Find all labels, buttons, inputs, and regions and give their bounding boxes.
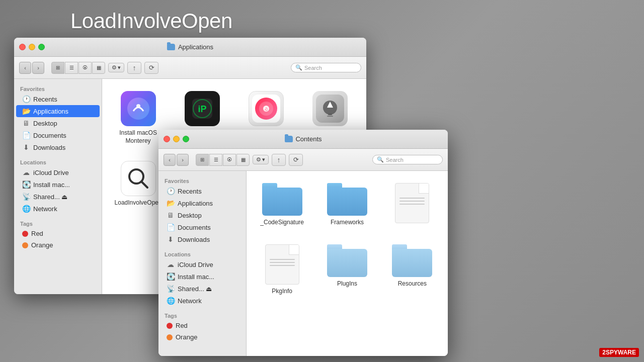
- close-button-2[interactable]: [164, 136, 170, 142]
- frameworks-body: [327, 188, 367, 216]
- path-btn-1[interactable]: ⟳: [144, 62, 158, 74]
- minimize-button-2[interactable]: [173, 136, 180, 142]
- sidebar-item-downloads-2[interactable]: ⬇ Downloads: [160, 233, 244, 245]
- sidebar-item-applications-2[interactable]: 📂 Applications: [160, 197, 244, 209]
- sidebar-item-network-2[interactable]: 🌐 Network: [160, 295, 244, 307]
- svg-point-1: [136, 104, 140, 108]
- sidebar-item-recents-2[interactable]: 🕐 Recents: [160, 185, 244, 197]
- locations-label-2: Locations: [158, 248, 246, 258]
- arrange-icon-1: ⚙: [112, 64, 117, 71]
- applications-icon-1: 📂: [22, 107, 30, 115]
- main-content-2: _CodeSignature Frameworks: [247, 171, 448, 356]
- search-box-2[interactable]: 🔍 Search: [372, 155, 443, 164]
- app-icon-loadinvolveopen[interactable]: LoadInvolveOpen: [110, 157, 166, 211]
- sidebar-item-network-1[interactable]: 🌐 Network: [16, 203, 100, 215]
- forward-button-2[interactable]: ›: [177, 154, 189, 166]
- resources-icon: [392, 244, 432, 277]
- sidebar-item-icloud-2[interactable]: ☁ iCloud Drive: [160, 258, 244, 270]
- sidebar-item-install-2[interactable]: 💽 Install mac...: [160, 270, 244, 283]
- documents-icon-1: 📄: [22, 131, 30, 139]
- ipvanish-icon-img: iP: [185, 91, 220, 126]
- shared-icon-2: 📡: [167, 285, 175, 293]
- arrange-btn-1[interactable]: ⚙ ▾: [108, 63, 124, 72]
- maximize-button-2[interactable]: [183, 136, 189, 142]
- plugins-label: PlugIns: [337, 280, 357, 287]
- arrange-btn-2[interactable]: ⚙ ▾: [253, 155, 269, 164]
- list-view-btn-1[interactable]: ☰: [65, 62, 78, 74]
- svg-text:♫: ♫: [264, 106, 268, 112]
- cover-view-btn-1[interactable]: ▦: [92, 62, 105, 74]
- column-view-btn-1[interactable]: ⦿: [78, 62, 92, 74]
- folder-item-pkginfo[interactable]: PkgInfo: [255, 240, 309, 299]
- sidebar-item-applications-1[interactable]: 📂 Applications: [16, 105, 100, 117]
- launchpad-icon-img: [312, 91, 348, 126]
- maximize-button-1[interactable]: [38, 44, 45, 50]
- tags-label-2: Tags: [158, 310, 246, 320]
- forward-button-1[interactable]: ›: [32, 62, 44, 74]
- red-tag-dot-2: [167, 323, 173, 329]
- sidebar-item-tag-red-1[interactable]: Red: [16, 228, 100, 239]
- close-button-1[interactable]: [19, 44, 26, 50]
- network-icon-1: 🌐: [22, 205, 30, 213]
- back-button-2[interactable]: ‹: [164, 154, 176, 166]
- macos-icon-img: [121, 91, 156, 126]
- share-btn-2[interactable]: ↑: [272, 154, 286, 166]
- sidebar-item-recents-1[interactable]: 🕐 Recents: [16, 93, 100, 105]
- icon-view-btn-1[interactable]: ⊞: [51, 62, 64, 74]
- toolbar-2: ‹ › ⊞ ☰ ⦿ ▦ ⚙ ▾ ↑ ⟳ 🔍 Search: [158, 149, 448, 171]
- plugins-icon: [327, 244, 367, 277]
- icon-view-btn-2[interactable]: ⊞: [196, 154, 209, 166]
- folder-item-plugins[interactable]: PlugIns: [319, 240, 374, 299]
- view-buttons-1: ⊞ ☰ ⦿ ▦: [51, 62, 105, 74]
- folder-item-codesignature[interactable]: _CodeSignature: [255, 179, 309, 230]
- plugins-body: [327, 249, 367, 277]
- search-icon-1: 🔍: [295, 64, 302, 71]
- search-box-1[interactable]: 🔍 Search: [291, 63, 361, 72]
- column-view-btn-2[interactable]: ⦿: [223, 154, 236, 166]
- svg-rect-14: [328, 114, 332, 115]
- folder-title-icon-1: [167, 44, 175, 50]
- sidebar-item-tag-orange-1[interactable]: Orange: [16, 239, 100, 251]
- nav-buttons-2: ‹ ›: [164, 154, 189, 166]
- sidebar-item-documents-1[interactable]: 📄 Documents: [16, 129, 100, 141]
- desktop-icon-1: 🖥: [22, 119, 30, 127]
- svg-rect-16: [124, 164, 152, 193]
- finder-window-contents: Contents ‹ › ⊞ ☰ ⦿ ▦ ⚙ ▾ ↑ ⟳ 🔍 Search Fa…: [158, 130, 448, 356]
- folder-grid-2: _CodeSignature Frameworks: [247, 171, 448, 307]
- app-icon-macos[interactable]: Install macOSMonterey: [110, 87, 166, 149]
- sidebar-item-shared-1[interactable]: 📡 Shared... ⏏: [16, 191, 100, 203]
- sidebar-item-documents-2[interactable]: 📄 Documents: [160, 221, 244, 233]
- doc-line-1b: [399, 201, 425, 202]
- doc-icon-1: [395, 183, 429, 223]
- traffic-lights-2: [164, 136, 189, 142]
- folder-item-doc1[interactable]: [385, 179, 440, 230]
- share-btn-1[interactable]: ↑: [127, 62, 141, 74]
- recents-icon-2: 🕐: [167, 187, 175, 195]
- svg-point-0: [127, 98, 149, 120]
- sidebar-item-downloads-1[interactable]: ⬇ Downloads: [16, 141, 100, 153]
- favorites-label-1: Favorites: [14, 83, 102, 93]
- sidebar-item-icloud-1[interactable]: ☁ iCloud Drive: [16, 166, 100, 178]
- sidebar-item-shared-2[interactable]: 📡 Shared... ⏏: [160, 283, 244, 295]
- cover-view-btn-2[interactable]: ▦: [236, 154, 250, 166]
- minimize-button-1[interactable]: [29, 44, 35, 50]
- doc-line-1c: [399, 204, 425, 205]
- sidebar-item-desktop-1[interactable]: 🖥 Desktop: [16, 117, 100, 129]
- traffic-lights-1: [19, 44, 45, 50]
- path-btn-2[interactable]: ⟳: [289, 154, 303, 166]
- doc-corner-1: [419, 184, 429, 194]
- pkginfo-icon: [265, 244, 299, 285]
- sidebar-item-install-1[interactable]: 💽 Install mac...: [16, 178, 100, 191]
- sidebar-item-tag-red-2[interactable]: Red: [160, 320, 244, 331]
- sidebar-item-tag-orange-2[interactable]: Orange: [160, 331, 244, 343]
- orange-tag-dot-1: [22, 242, 28, 248]
- back-button-1[interactable]: ‹: [19, 62, 31, 74]
- orange-tag-dot-2: [167, 334, 173, 340]
- tags-label-1: Tags: [14, 218, 102, 228]
- search-placeholder-2: Search: [386, 157, 404, 163]
- folder-item-resources[interactable]: Resources: [385, 240, 440, 299]
- sidebar-item-desktop-2[interactable]: 🖥 Desktop: [160, 209, 244, 221]
- icloud-icon-1: ☁: [22, 168, 30, 176]
- list-view-btn-2[interactable]: ☰: [209, 154, 222, 166]
- folder-item-frameworks[interactable]: Frameworks: [319, 179, 374, 230]
